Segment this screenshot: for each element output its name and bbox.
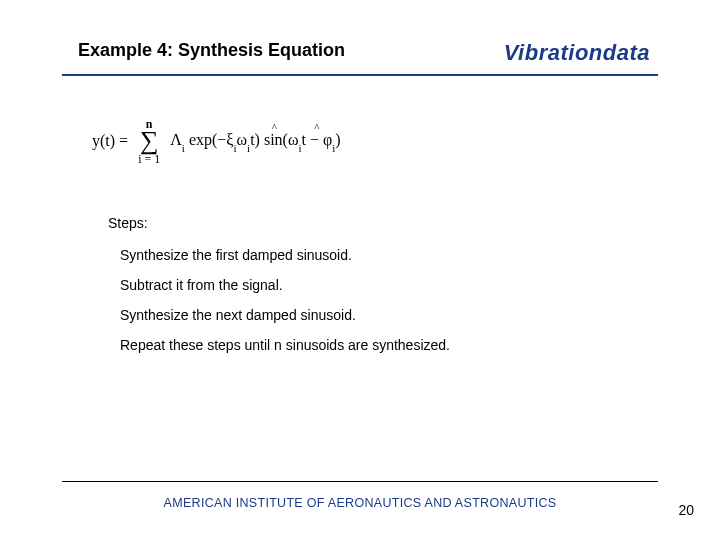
step-item: Synthesize the next damped sinusoid. (120, 307, 720, 323)
footer-divider (62, 481, 658, 482)
step-item: Synthesize the first damped sinusoid. (120, 247, 720, 263)
eq-text: t − φ (302, 131, 333, 149)
eq-omega: ω (237, 131, 248, 148)
page-number: 20 (678, 502, 694, 518)
eq-lambda: Λ (170, 131, 182, 148)
eq-sub: i (182, 142, 185, 154)
page-title: Example 4: Synthesis Equation (78, 40, 345, 61)
step-item: Subtract it from the signal. (120, 277, 720, 293)
eq-sub: i (332, 142, 335, 154)
footer-org: AMERICAN INSTITUTE OF AERONAUTICS AND AS… (0, 496, 720, 510)
eq-text: ) (335, 131, 340, 148)
eq-sub: i (234, 142, 237, 154)
summation-symbol: n ∑ i = 1 (138, 118, 160, 165)
sigma-icon: ∑ (140, 131, 159, 152)
slide-header: Example 4: Synthesis Equation Vibrationd… (0, 0, 720, 74)
steps-block: Steps: Synthesize the first damped sinus… (108, 215, 720, 353)
header-divider (62, 74, 658, 76)
brand-logo-text: Vibrationdata (504, 40, 650, 66)
eq-text: exp(−ξ (185, 131, 234, 148)
steps-heading: Steps: (108, 215, 720, 231)
equation-body: Λi exp(−ξiωi t) sin(ωi t − φi) (170, 131, 340, 151)
sum-lower-limit: i = 1 (138, 153, 160, 165)
equation-lhs: y(t) = (92, 132, 128, 150)
eq-text: t) sin(ω (250, 131, 298, 149)
step-item: Repeat these steps until n sinusoids are… (120, 337, 720, 353)
synthesis-equation: y(t) = n ∑ i = 1 Λi exp(−ξiωi t) sin(ωi … (92, 118, 720, 165)
